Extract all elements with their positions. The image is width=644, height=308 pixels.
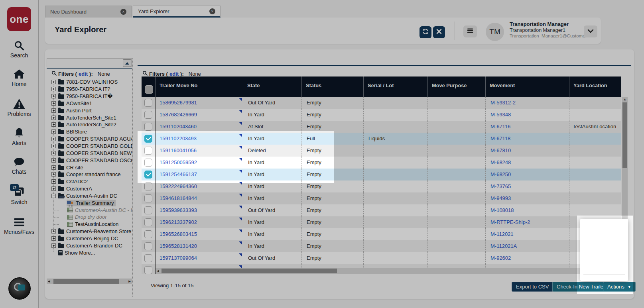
trailer-move-no-link[interactable]: 1591254466137 [160, 171, 197, 177]
tree-horizontal-scrollbar[interactable]: ◄ ► [47, 279, 132, 284]
movement-link[interactable]: M-94993 [490, 195, 511, 201]
column-header-status[interactable]: Status [302, 77, 364, 97]
plus-icon[interactable] [51, 151, 56, 155]
tree-item[interactable]: COOPER STANDARD AGUAS SEALING [47, 135, 132, 143]
tree-item[interactable]: 7881-CDV VALINHOS [47, 78, 132, 86]
scroll-left-icon[interactable]: ◄ [47, 279, 51, 284]
column-header-serial-lot[interactable]: Serial / Lot [364, 77, 428, 97]
table-row[interactable]: 1596528131420 In Yard Empty M-112021A [142, 240, 621, 252]
tree-item[interactable]: Show More... [47, 249, 132, 256]
column-header-move-purpose[interactable]: Move Purpose [428, 77, 486, 97]
actions-button[interactable]: Actions ▼ [603, 282, 636, 292]
movement-link[interactable]: M-RTTPE-Ship-2 [490, 219, 530, 225]
row-checkbox[interactable] [144, 194, 152, 202]
sidebar-item-home[interactable]: Home [0, 69, 38, 87]
tree-item[interactable]: 7950-FABRICA IT� [47, 93, 132, 100]
tree-item[interactable]: AutoTenderSch_Site2 [47, 121, 132, 128]
column-header-yard-location[interactable]: Yard Location [569, 77, 621, 97]
trailer-move-no-link[interactable]: 1595939633393 [160, 207, 197, 213]
movement-link[interactable]: M-67118 [490, 135, 510, 141]
plus-icon[interactable] [51, 94, 56, 98]
sidebar-item-search[interactable]: Search [0, 40, 38, 59]
row-checkbox[interactable] [144, 254, 152, 262]
filters-edit-link[interactable]: edit [169, 71, 179, 77]
trailer-move-no-link[interactable]: 1596526803415 [160, 231, 197, 237]
scroll-up-icon[interactable]: ▲ [622, 97, 628, 102]
table-row[interactable]: 1591102203493 In Yard Full Liquids M-671… [142, 133, 621, 145]
movement-link[interactable]: M-112021 [490, 231, 514, 237]
plus-icon[interactable] [51, 158, 56, 163]
trailer-move-no-link[interactable]: 1587682426669 [160, 112, 197, 118]
row-checkbox[interactable] [144, 266, 152, 274]
plus-icon[interactable] [51, 186, 56, 191]
table-row[interactable]: 1591254466137 In Yard Empty M-68250 [142, 169, 621, 180]
plus-icon[interactable] [51, 236, 56, 241]
plus-icon[interactable] [51, 137, 56, 141]
tree-item[interactable]: AutoTenderSch_Site1 [47, 114, 132, 121]
tree-item[interactable]: CustomerA-Brandon DC [47, 242, 132, 249]
tree-item[interactable]: Trailer Summary [47, 199, 132, 206]
movement-link[interactable]: M-67810 [490, 147, 511, 153]
plus-icon[interactable] [51, 122, 56, 127]
column-header-state[interactable]: State [243, 77, 302, 97]
plus-icon[interactable] [51, 172, 56, 177]
row-checkbox[interactable] [144, 242, 152, 250]
refresh-button[interactable] [419, 26, 431, 38]
trailer-move-no-link[interactable]: 1591102043460 [160, 124, 197, 129]
table-row[interactable]: 1596213337902 In Yard Empty M-RTTPE-Ship… [142, 216, 621, 228]
trailer-move-no-link[interactable]: 1594618164844 [160, 195, 197, 201]
table-row[interactable]: 1587682426669 In Yard Empty M-59348 [142, 109, 621, 121]
movement-link[interactable]: M-59348 [490, 112, 511, 118]
table-row[interactable]: 1597137099064 Out Of Yard Empty M-92602 [142, 252, 621, 264]
scrollbar-thumb[interactable] [161, 269, 337, 273]
table-row[interactable]: 1586952679981 Out Of Yard Empty M-59312-… [142, 97, 621, 109]
tree-item[interactable]: CustomerA-Beaverton Store [47, 228, 132, 235]
user-avatar[interactable]: TM [486, 23, 504, 41]
scroll-left-icon[interactable]: ◄ [156, 268, 160, 274]
trailer-move-no-link[interactable]: 1596213337902 [160, 219, 197, 225]
select-all-checkbox[interactable] [145, 85, 153, 94]
tree-item[interactable]: TestAustinLocation [47, 221, 132, 228]
row-checkbox[interactable] [144, 159, 152, 167]
table-row[interactable]: 1594618164844 In Yard Empty M-94993 [142, 192, 621, 204]
plus-icon[interactable] [51, 101, 56, 106]
table-row[interactable]: 1591102043460 At Slot Empty M-67116 Test… [142, 121, 621, 133]
row-checkbox[interactable] [144, 182, 152, 190]
tree-item[interactable]: CR site [47, 164, 132, 171]
minus-icon[interactable] [51, 194, 56, 198]
tab-neo-dashboard[interactable]: Neo Dashboard × [45, 6, 132, 18]
tab-yard-explorer[interactable]: Yard Explorer × [133, 6, 221, 18]
row-checkbox[interactable] [144, 99, 152, 107]
scroll-right-icon[interactable]: ► [127, 279, 132, 284]
movement-link[interactable]: M-67116 [490, 124, 510, 129]
movement-link[interactable]: M-112021A [490, 243, 517, 249]
column-header-movement[interactable]: Movement [486, 77, 569, 97]
context-menu-item[interactable] [580, 236, 628, 249]
sidebar-item-menus-favs[interactable]: Menus/Favs [0, 217, 38, 235]
plus-icon[interactable] [51, 129, 56, 134]
row-checkbox[interactable] [144, 206, 152, 214]
scrollbar-thumb[interactable] [622, 102, 627, 168]
tree-item[interactable]: COOPER STANDARD NEW LEXINGTON [47, 149, 132, 157]
check-in-new-trailer-button[interactable]: Check-In New Trailer [552, 282, 609, 292]
tree-item[interactable]: Cooper standard france [47, 171, 132, 178]
tree-item[interactable]: Drop dry door [47, 214, 132, 221]
movement-link[interactable]: M-68248 [490, 159, 511, 165]
sidebar-item-switch[interactable]: ⇄ Switch [0, 186, 38, 205]
table-row[interactable]: 1595939633393 Out Of Yard Empty M-108018 [142, 204, 621, 216]
movement-link[interactable]: M-68250 [490, 171, 511, 177]
close-tab-icon[interactable]: × [120, 9, 126, 15]
row-checkbox[interactable] [144, 135, 152, 143]
plus-icon[interactable] [51, 87, 56, 91]
plus-icon[interactable] [51, 80, 56, 84]
assistant-avatar[interactable] [8, 277, 31, 300]
row-checkbox[interactable] [144, 218, 152, 226]
plus-icon[interactable] [51, 165, 56, 170]
tree-item[interactable]: 7950-FABRICA IT? [47, 86, 132, 93]
trailer-move-no-link[interactable]: 1591250059592 [160, 159, 197, 165]
column-header-trailer-move-no[interactable]: Trailer Move No [156, 77, 243, 97]
trailer-move-no-link[interactable]: 1592224964360 [160, 183, 197, 189]
table-row[interactable]: 1596526803415 In Yard Empty M-112021 [142, 228, 621, 240]
trailer-move-no-link[interactable]: 1596528131420 [160, 243, 197, 249]
close-screen-button[interactable] [433, 26, 445, 38]
